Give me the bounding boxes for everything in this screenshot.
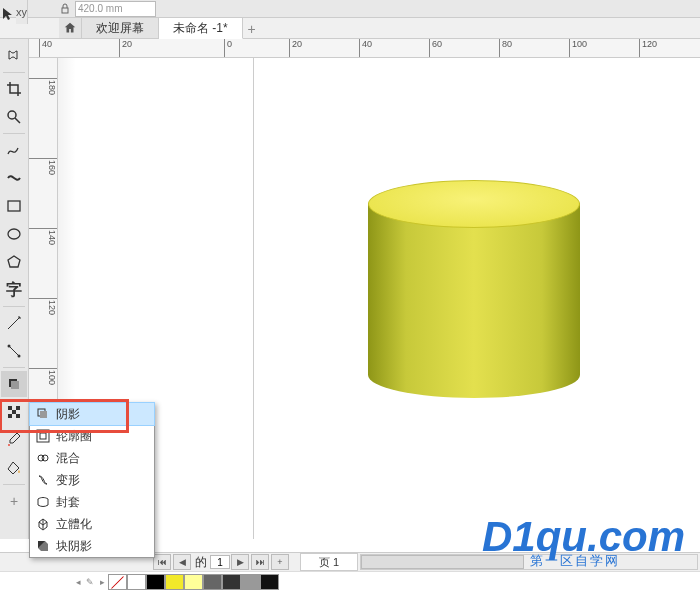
svg-rect-7 [11, 381, 19, 389]
svg-rect-10 [16, 406, 20, 410]
page-edge [253, 58, 254, 539]
svg-rect-2 [8, 201, 20, 211]
transparency-tool[interactable] [1, 399, 27, 425]
tab-document[interactable]: 未命名 -1* [159, 18, 243, 39]
document-tabs: 欢迎屏幕 未命名 -1* + [0, 18, 700, 39]
svg-rect-9 [12, 410, 16, 414]
property-bar [0, 0, 700, 18]
flyout-distort[interactable]: 变形 [30, 469, 154, 491]
page-of-label: 的 [195, 554, 207, 571]
watermark: D1qu.com 第一区自学网 [482, 520, 685, 570]
effects-flyout: 阴影 轮廓圈 混合 变形 封套 立體化 块阴影 [29, 402, 155, 558]
drop-shadow-tool[interactable] [1, 371, 27, 397]
svg-rect-16 [37, 430, 49, 442]
rectangle-tool[interactable] [1, 193, 27, 219]
svg-point-19 [42, 455, 48, 461]
toolbox: 字 + [0, 39, 29, 539]
artistic-media-tool[interactable] [1, 165, 27, 191]
swatch-2[interactable] [165, 574, 184, 590]
flyout-block-shadow[interactable]: 块阴影 [30, 535, 154, 557]
freehand-pick-tool[interactable] [1, 43, 27, 69]
add-page-button[interactable]: + [271, 554, 289, 570]
cylinder-object[interactable] [368, 180, 580, 398]
dimension-tool[interactable] [1, 310, 27, 336]
page-tab-1[interactable]: 页 1 [300, 553, 358, 571]
fill-tool[interactable] [1, 455, 27, 481]
palette-next[interactable]: ▸ [96, 577, 108, 587]
cylinder-top [368, 180, 580, 228]
svg-rect-11 [8, 414, 12, 418]
ellipse-tool[interactable] [1, 221, 27, 247]
svg-point-13 [8, 444, 10, 446]
page-last-button[interactable]: ⏭ [251, 554, 269, 570]
flyout-envelope[interactable]: 封套 [30, 491, 154, 513]
palette-prev[interactable]: ◂ [72, 577, 84, 587]
options-tool[interactable]: + [1, 488, 27, 514]
freehand-tool[interactable] [1, 137, 27, 163]
flyout-shadow[interactable]: 阴影 [30, 403, 154, 425]
cylinder-body [368, 203, 580, 375]
svg-rect-17 [40, 433, 46, 439]
svg-point-3 [8, 229, 20, 239]
xy-origin-label: xy [16, 0, 28, 24]
palette-dropper-icon[interactable]: ✎ [84, 577, 96, 587]
flyout-contour[interactable]: 轮廓圈 [30, 425, 154, 447]
page-number-input[interactable] [210, 555, 230, 569]
svg-point-1 [8, 111, 16, 119]
svg-rect-15 [40, 411, 47, 418]
swatch-5[interactable] [222, 574, 241, 590]
svg-rect-12 [16, 414, 20, 418]
swatch-none[interactable] [108, 574, 127, 590]
flyout-blend[interactable]: 混合 [30, 447, 154, 469]
home-button[interactable] [59, 18, 82, 38]
svg-rect-0 [62, 8, 68, 13]
swatch-3[interactable] [184, 574, 203, 590]
swatch-4[interactable] [203, 574, 222, 590]
ruler-horizontal: 40 20 0 20 40 60 80 100 120 [29, 39, 700, 58]
zoom-tool[interactable] [1, 104, 27, 130]
page-prev-button[interactable]: ◀ [173, 554, 191, 570]
pick-tool[interactable] [0, 1, 16, 27]
text-tool[interactable]: 字 [1, 277, 27, 303]
eyedropper-tool[interactable] [1, 427, 27, 453]
add-tab-button[interactable]: + [243, 20, 261, 38]
page-first-button[interactable]: ⏮ [153, 554, 171, 570]
svg-rect-8 [8, 406, 12, 410]
page-next-button[interactable]: ▶ [231, 554, 249, 570]
page-width-input[interactable] [75, 1, 156, 17]
cylinder-bottom [368, 352, 580, 398]
connector-tool[interactable] [1, 338, 27, 364]
color-palette: ◂ ✎ ▸ [0, 571, 700, 592]
swatch-7[interactable] [260, 574, 279, 590]
polygon-tool[interactable] [1, 249, 27, 275]
swatch-1[interactable] [146, 574, 165, 590]
lock-icon [59, 3, 71, 15]
crop-tool[interactable] [1, 76, 27, 102]
tab-welcome[interactable]: 欢迎屏幕 [82, 18, 159, 38]
flyout-extrude[interactable]: 立體化 [30, 513, 154, 535]
swatch-0[interactable] [127, 574, 146, 590]
swatch-6[interactable] [241, 574, 260, 590]
